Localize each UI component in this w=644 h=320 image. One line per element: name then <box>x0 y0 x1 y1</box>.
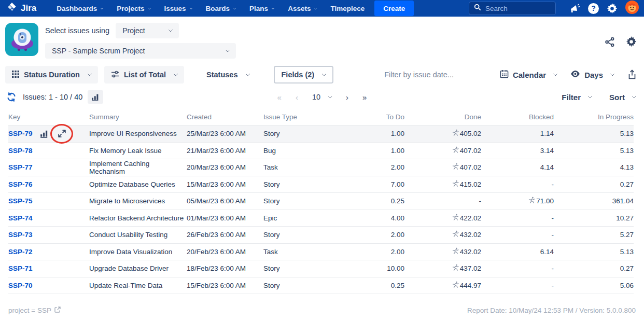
chart-view-button[interactable] <box>88 90 103 104</box>
list-mode-dropdown[interactable]: List of Total <box>104 66 184 84</box>
refresh-icon[interactable] <box>6 92 17 102</box>
nav-item-boards[interactable]: Boards <box>199 0 243 17</box>
table-row[interactable]: SSP-74 <box>8 210 634 227</box>
table-row[interactable]: SSP-75 <box>8 193 634 210</box>
project-dropdown[interactable]: SSP - Sample Scrum Project <box>45 43 236 59</box>
issue-key-link[interactable]: SSP-73 <box>8 231 33 239</box>
view-type-dropdown[interactable]: Status Duration <box>5 66 98 84</box>
previous-page-button[interactable]: ‹ <box>296 93 298 102</box>
jira-logo-text: Jira <box>21 3 36 13</box>
time-unit-dropdown[interactable]: Days <box>570 69 614 80</box>
column-header-created[interactable]: Created <box>187 108 263 126</box>
row-chart-icon[interactable] <box>40 130 49 138</box>
external-link-icon <box>54 306 61 315</box>
cell-done: - <box>404 193 481 210</box>
last-page-button[interactable]: » <box>362 93 367 102</box>
cell-in-progress: 5.13 <box>554 243 634 260</box>
cell-created: 20/Feb/23 6:00 AM <box>187 243 263 260</box>
issue-key-link[interactable]: SSP-77 <box>8 163 33 171</box>
issue-key-link[interactable]: SSP-78 <box>8 147 33 155</box>
nav-item-issues[interactable]: Issues <box>158 0 199 17</box>
sort-dropdown[interactable]: Sort <box>609 93 636 102</box>
table-row[interactable]: SSP-72 <box>8 243 634 260</box>
column-header-to-do[interactable]: To Do <box>326 108 404 126</box>
issues-table: KeySummaryCreatedIssue TypeTo DoDoneBloc… <box>8 108 634 294</box>
cell-created: 25/Mar/23 6:00 AM <box>187 126 263 143</box>
cell-done: 415.02 <box>404 176 481 193</box>
filter-dropdown[interactable]: Filter <box>562 93 592 102</box>
chevron-down-icon <box>553 72 557 76</box>
column-header-done[interactable]: Done <box>404 108 481 126</box>
issue-key-link[interactable]: SSP-76 <box>8 180 33 188</box>
row-expand-icon[interactable] <box>58 129 66 138</box>
search-input[interactable] <box>485 5 547 12</box>
issue-key-link[interactable]: SSP-71 <box>8 265 33 272</box>
nav-item-projects[interactable]: Projects <box>110 0 157 17</box>
page-size-dropdown[interactable]: 10 <box>312 93 332 101</box>
jql-query-link[interactable]: project = SSP <box>8 306 61 315</box>
first-page-button[interactable]: « <box>277 93 282 102</box>
chevron-down-icon <box>588 94 592 98</box>
next-page-button[interactable]: › <box>346 93 348 102</box>
table-row[interactable]: SSP-76 <box>8 176 634 193</box>
column-header-blocked[interactable]: Blocked <box>481 108 554 126</box>
cell-todo: 7.00 <box>326 176 404 193</box>
nav-item-label: Timepiece <box>330 5 365 12</box>
cell-summary: Implement Caching Mechanism <box>89 159 187 176</box>
settings-gear-icon[interactable] <box>607 3 618 14</box>
column-header-key[interactable]: Key <box>8 108 89 126</box>
statuses-dropdown[interactable]: Statuses <box>200 66 256 84</box>
cell-done: 432.02 <box>404 227 481 244</box>
nav-item-timepiece[interactable]: Timepiece <box>324 0 371 17</box>
issue-key-link[interactable]: SSP-70 <box>8 282 33 289</box>
nav-item-assets[interactable]: Assets <box>281 0 324 17</box>
calendar-dropdown[interactable]: Calendar <box>500 69 557 80</box>
issue-key-link[interactable]: SSP-75 <box>8 197 33 205</box>
chevron-down-icon <box>169 27 173 32</box>
table-row[interactable]: SSP-70 <box>8 277 634 294</box>
share-icon[interactable] <box>605 36 615 47</box>
search-box[interactable] <box>469 2 556 15</box>
cell-blocked: - <box>481 227 554 244</box>
table-row[interactable]: SSP-78 <box>8 142 634 159</box>
nav-item-dashboards[interactable]: Dashboards <box>50 0 110 17</box>
chevron-down-icon <box>189 6 193 9</box>
issue-key-link[interactable]: SSP-72 <box>8 248 33 256</box>
report-settings-gear-icon[interactable] <box>626 36 637 47</box>
cell-issue-type: Task <box>263 159 326 176</box>
nav-item-plans[interactable]: Plans <box>243 0 281 17</box>
announcements-icon[interactable] <box>569 3 580 14</box>
project-value: SSP - Sample Scrum Project <box>52 47 145 55</box>
cell-created: 20/Mar/23 6:00 AM <box>187 159 263 176</box>
table-row[interactable]: SSP-71 <box>8 260 634 277</box>
fields-dropdown[interactable]: Fields (2) <box>274 66 334 84</box>
issue-date-filter-input[interactable] <box>384 71 493 79</box>
sprint-runner-icon <box>452 214 459 222</box>
nav-item-label: Boards <box>206 5 230 12</box>
cell-todo: 1.00 <box>326 126 404 143</box>
cell-summary: Improve UI Responsiveness <box>89 126 187 143</box>
top-navigation-bar: Jira DashboardsProjectsIssuesBoardsPlans… <box>0 0 644 17</box>
issue-source-dropdown[interactable]: Project <box>116 23 179 38</box>
table-row[interactable]: SSP-77 <box>8 159 634 176</box>
jira-logo[interactable]: Jira <box>6 2 36 15</box>
cell-blocked: 1.14 <box>481 126 554 143</box>
table-row[interactable]: SSP-79 <box>8 126 634 143</box>
column-header-issue-type[interactable]: Issue Type <box>263 108 326 126</box>
cell-summary: Migrate to Microservices <box>89 193 187 210</box>
select-issues-label: Select issues using <box>45 26 109 35</box>
table-row[interactable]: SSP-73 <box>8 227 634 244</box>
column-header-summary[interactable]: Summary <box>89 108 187 126</box>
cell-blocked: 3.14 <box>481 142 554 159</box>
create-button[interactable]: Create <box>374 1 414 16</box>
user-avatar[interactable] <box>625 1 639 16</box>
report-date-label: Report Date: 10/May/24 12:53 PM / Versio… <box>467 307 636 314</box>
statuses-value: Statuses <box>206 71 237 79</box>
cell-issue-type: Bug <box>263 142 326 159</box>
issue-key-link[interactable]: SSP-79 <box>8 130 33 137</box>
column-header-in-progress[interactable]: In Progress <box>554 108 634 126</box>
export-icon[interactable] <box>627 69 637 80</box>
issue-key-link[interactable]: SSP-74 <box>8 214 33 222</box>
cell-summary: Upgrade Database Driver <box>89 260 187 277</box>
help-icon[interactable]: ? <box>588 3 599 14</box>
